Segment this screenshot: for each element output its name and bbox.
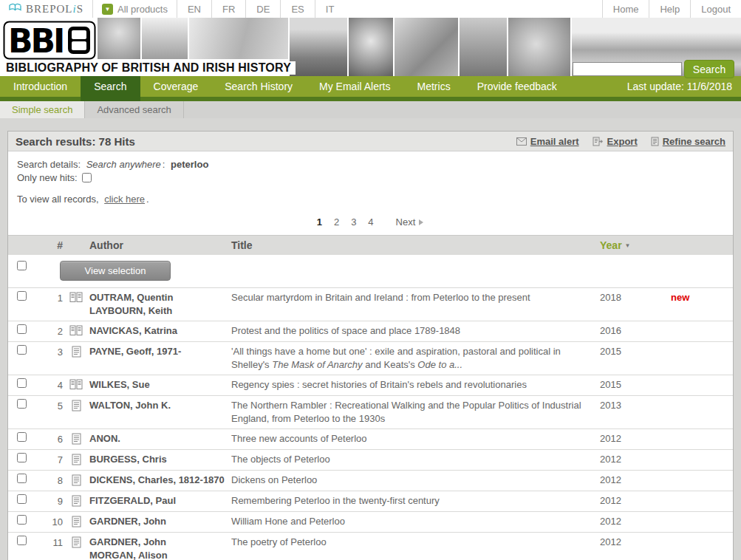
record-authors: BURGESS, Chris: [89, 453, 231, 466]
nav-introduction[interactable]: Introduction: [0, 76, 81, 101]
header-year-sort[interactable]: Year▼: [600, 239, 646, 251]
page-2[interactable]: 2: [334, 216, 339, 228]
record-title: Protest and the politics of space and pl…: [231, 324, 600, 338]
export-icon: [593, 137, 604, 146]
nav-metrics[interactable]: Metrics: [404, 76, 464, 101]
lang-fr[interactable]: FR: [211, 0, 245, 18]
row-number: 9: [44, 494, 63, 508]
record-title: The poetry of Peterloo: [231, 536, 600, 549]
row-checkbox[interactable]: [17, 399, 27, 409]
row-checkbox[interactable]: [17, 536, 27, 545]
tab-advanced-search[interactable]: Advanced search: [85, 101, 183, 118]
document-icon[interactable]: [72, 432, 81, 445]
page-4[interactable]: 4: [368, 216, 373, 228]
row-checkbox[interactable]: [17, 378, 27, 388]
new-badge-cell: new: [646, 291, 733, 304]
row-checkbox[interactable]: [17, 345, 27, 355]
nav-provide-feedback[interactable]: Provide feedback: [464, 76, 570, 101]
record-title: William Hone and Peterloo: [231, 515, 600, 528]
refine-search-link[interactable]: Refine search: [651, 136, 725, 147]
spacer: [344, 0, 601, 18]
search-sub-nav: Simple searchAdvanced search: [0, 101, 741, 118]
document-icon[interactable]: [72, 345, 81, 358]
record-title: 'All things have a home but one' : exile…: [231, 345, 600, 372]
result-row: 8DICKENS, Charles, 1812-1870Dickens on P…: [8, 471, 733, 491]
author-name: FITZGERALD, Paul: [89, 494, 225, 508]
row-checkbox[interactable]: [17, 453, 27, 462]
record-year: 2012: [600, 515, 646, 528]
document-icon[interactable]: [72, 515, 81, 527]
row-checkbox[interactable]: [17, 474, 27, 483]
lang-es[interactable]: ES: [280, 0, 314, 18]
record-year: 2012: [600, 536, 646, 549]
record-authors: GARDNER, John: [89, 515, 231, 528]
banner: BBI BIBLIOGRAPHY OF BRITISH AND IRISH HI…: [0, 18, 741, 76]
last-update-label: Last update: 11/6/2018: [627, 76, 732, 97]
row-checkbox[interactable]: [17, 291, 27, 301]
record-year: 2013: [600, 399, 646, 412]
only-new-hits-checkbox[interactable]: [82, 173, 92, 182]
row-checkbox[interactable]: [17, 324, 27, 334]
lang-it[interactable]: IT: [315, 0, 345, 18]
document-icon[interactable]: [72, 474, 81, 486]
record-title: Remembering Peterloo in the twenty-first…: [231, 494, 600, 508]
nav-my-email-alerts[interactable]: My Email Alerts: [306, 76, 403, 101]
document-icon[interactable]: [72, 494, 81, 507]
next-arrow-icon: [418, 219, 424, 226]
lang-de[interactable]: DE: [245, 0, 280, 18]
row-number: 11: [44, 536, 63, 550]
main-nav: IntroductionSearchCoverageSearch History…: [0, 76, 741, 101]
results-list: 1OUTRAM, QuentinLAYBOURN, KeithSecular m…: [8, 288, 733, 560]
row-number: 6: [44, 432, 63, 446]
record-authors: WALTON, John K.: [89, 399, 231, 412]
nav-search[interactable]: Search: [81, 76, 140, 101]
brepolis-brand-link[interactable]: BREPOLiS: [0, 0, 92, 18]
view-all-records-link[interactable]: click here: [104, 194, 145, 205]
book-icon[interactable]: [69, 324, 83, 336]
row-number: 3: [44, 345, 63, 359]
author-name: ANON.: [89, 432, 225, 445]
home-link[interactable]: Home: [602, 0, 649, 18]
record-year: 2015: [600, 378, 646, 392]
nav-search-history[interactable]: Search History: [211, 76, 306, 101]
page-3[interactable]: 3: [351, 216, 356, 228]
document-icon[interactable]: [72, 453, 81, 465]
tab-simple-search[interactable]: Simple search: [0, 101, 85, 118]
new-badge: new: [671, 292, 689, 303]
email-alert-link[interactable]: Email alert: [516, 136, 579, 147]
lang-en[interactable]: EN: [177, 0, 211, 18]
view-selection-button[interactable]: View selection: [60, 261, 171, 281]
export-link[interactable]: Export: [593, 136, 638, 147]
record-year: 2016: [600, 324, 646, 338]
language-switcher: ENFRDEESIT: [177, 0, 344, 18]
search-term: peterloo: [171, 159, 208, 170]
row-checkbox[interactable]: [17, 432, 27, 442]
banner-search-button[interactable]: Search: [684, 60, 734, 78]
search-details-line: Search details: Search anywhere: peterlo…: [17, 159, 724, 170]
record-authors: FITZGERALD, Paul: [89, 494, 231, 508]
banner-search-input[interactable]: [573, 62, 682, 76]
row-checkbox[interactable]: [17, 515, 27, 525]
nav-coverage[interactable]: Coverage: [140, 76, 212, 101]
result-row: 4WILKES, SueRegency spies : secret histo…: [8, 375, 733, 396]
all-products-dropdown[interactable]: ▼ All products: [93, 0, 177, 18]
document-icon[interactable]: [72, 536, 81, 548]
record-title: Dickens on Peterloo: [231, 474, 600, 487]
select-all-checkbox[interactable]: [17, 261, 27, 270]
next-page-link[interactable]: Next: [396, 216, 425, 228]
document-icon[interactable]: [72, 399, 81, 412]
row-checkbox[interactable]: [17, 494, 27, 504]
brand-text: BREPOLiS: [26, 3, 83, 16]
logout-link[interactable]: Logout: [690, 0, 741, 18]
help-link[interactable]: Help: [649, 0, 690, 18]
result-row: 5WALTON, John K.The Northern Rambler : R…: [8, 396, 733, 429]
book-icon[interactable]: [69, 378, 83, 390]
search-details: Search details: Search anywhere: peterlo…: [8, 151, 733, 205]
bbih-logo[interactable]: BBI: [3, 21, 96, 60]
pagination: 1234Next: [8, 207, 733, 235]
table-header: # Author Title Year▼: [8, 235, 733, 255]
svg-text:BBI: BBI: [8, 22, 63, 60]
book-icon[interactable]: [69, 291, 83, 303]
results-title: Search results: 78 Hits: [16, 135, 516, 148]
record-authors: OUTRAM, QuentinLAYBOURN, Keith: [89, 291, 231, 318]
